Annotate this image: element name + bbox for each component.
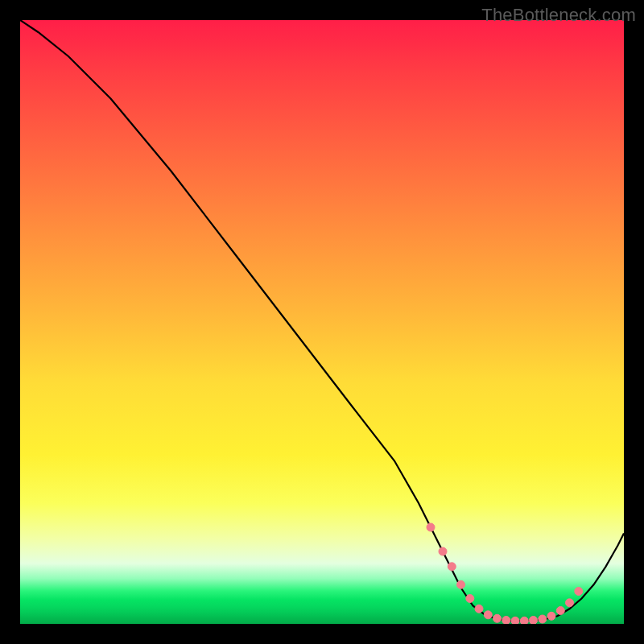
plot-area	[20, 20, 624, 624]
chart-frame: TheBottleneck.com	[0, 0, 644, 644]
heat-gradient-background	[20, 20, 624, 624]
watermark-text: TheBottleneck.com	[481, 5, 636, 26]
